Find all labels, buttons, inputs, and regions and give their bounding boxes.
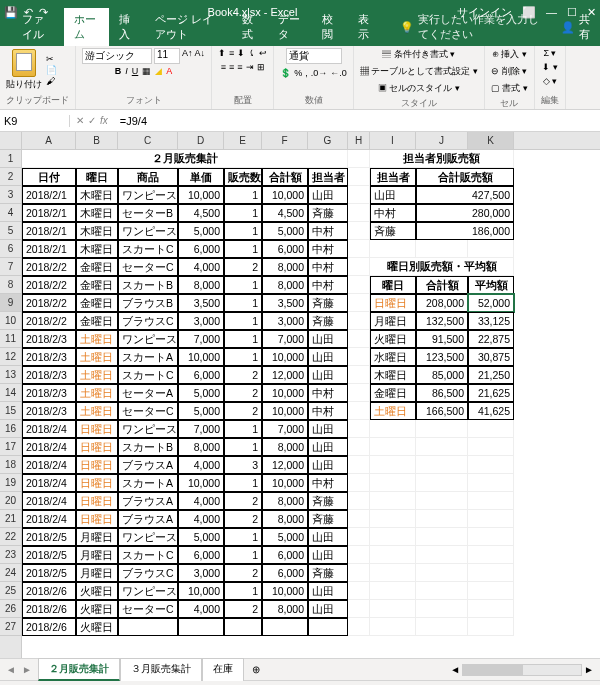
- tab-data[interactable]: データ: [268, 8, 312, 46]
- align-right-icon[interactable]: ≡: [237, 62, 242, 72]
- fill-icon[interactable]: ⬇ ▾: [542, 62, 558, 72]
- tab-review[interactable]: 校閲: [312, 8, 348, 46]
- paste-icon[interactable]: [12, 49, 36, 77]
- conditional-format-button[interactable]: ▤ 条件付き書式 ▾: [382, 48, 455, 61]
- font-size-combo[interactable]: 11: [154, 48, 180, 64]
- share-button[interactable]: 👤 共有: [551, 8, 600, 46]
- ribbon-tabs: ファイル ホーム 挿入 ページ レイアウト 数式 データ 校閲 表示 💡 実行し…: [0, 24, 600, 46]
- column-headers[interactable]: ABCDEFGHIJK: [22, 132, 600, 150]
- formula-input[interactable]: =J9/4: [114, 115, 600, 127]
- clear-icon[interactable]: ◇ ▾: [543, 76, 558, 86]
- tab-formulas[interactable]: 数式: [232, 8, 268, 46]
- format-as-table-button[interactable]: ▦ テーブルとして書式設定 ▾: [360, 65, 478, 78]
- font-name-combo[interactable]: 游ゴシック: [82, 48, 152, 64]
- ribbon: 貼り付け ✂ 📄 🖌 クリップボード 游ゴシック 11 A↑ A↓ B I U …: [0, 46, 600, 110]
- comma-icon[interactable]: ,: [305, 68, 308, 78]
- decrease-decimal-icon[interactable]: ←.0: [330, 68, 347, 78]
- currency-icon[interactable]: 💲: [280, 68, 291, 78]
- wrap-text-icon[interactable]: ↩: [259, 48, 267, 58]
- scroll-right-icon[interactable]: ►: [584, 664, 594, 675]
- tab-file[interactable]: ファイル: [12, 8, 64, 46]
- group-alignment: ⬆ ≡ ⬇ ⤹ ↩ ≡ ≡ ≡ ⇥ ⊞ 配置: [212, 46, 274, 109]
- cut-icon[interactable]: ✂: [46, 54, 57, 64]
- insert-cells-button[interactable]: ⊕ 挿入 ▾: [492, 48, 527, 61]
- align-bottom-icon[interactable]: ⬇: [237, 48, 245, 58]
- border-icon[interactable]: ▦: [142, 66, 151, 76]
- decrease-font-icon[interactable]: A↓: [195, 48, 206, 64]
- tab-home[interactable]: ホーム: [64, 8, 108, 46]
- group-editing: Σ ▾ ⬇ ▾ ◇ ▾ 編集: [535, 46, 566, 109]
- tab-next-icon[interactable]: ►: [22, 664, 32, 675]
- tab-insert[interactable]: 挿入: [109, 8, 145, 46]
- autosum-icon[interactable]: Σ ▾: [543, 48, 556, 58]
- bold-button[interactable]: B: [115, 66, 122, 76]
- tab-view[interactable]: 表示: [348, 8, 384, 46]
- align-middle-icon[interactable]: ≡: [229, 48, 234, 58]
- paste-button[interactable]: 貼り付け: [6, 78, 42, 91]
- italic-button[interactable]: I: [125, 66, 128, 76]
- increase-font-icon[interactable]: A↑: [182, 48, 193, 64]
- cell-styles-button[interactable]: ▣ セルのスタイル ▾: [378, 82, 460, 95]
- sheet-tabs: ◄ ► ２月販売集計３月販売集計在庫 ⊕ ◄ ►: [0, 658, 600, 680]
- tell-me[interactable]: 💡 実行したい作業を入力してください: [392, 8, 550, 46]
- align-top-icon[interactable]: ⬆: [218, 48, 226, 58]
- orientation-icon[interactable]: ⤹: [248, 48, 256, 58]
- copy-icon[interactable]: 📄: [46, 65, 57, 75]
- cancel-formula-icon[interactable]: ✕: [76, 115, 84, 126]
- grid[interactable]: ２月販売集計担当者別販売額日付曜日商品単価販売数合計額担当者担当者合計販売額20…: [22, 150, 600, 658]
- scroll-left-icon[interactable]: ◄: [450, 664, 460, 675]
- select-all-corner[interactable]: [0, 132, 22, 150]
- delete-cells-button[interactable]: ⊖ 削除 ▾: [491, 65, 527, 78]
- percent-icon[interactable]: %: [294, 68, 302, 78]
- tab-page-layout[interactable]: ページ レイアウト: [145, 8, 232, 46]
- name-box[interactable]: K9: [0, 115, 70, 127]
- increase-decimal-icon[interactable]: .0→: [311, 68, 328, 78]
- format-cells-button[interactable]: ▢ 書式 ▾: [491, 82, 528, 95]
- sheet-tab[interactable]: ２月販売集計: [38, 658, 120, 681]
- row-headers[interactable]: 1234567891011121314151617181920212223242…: [0, 150, 22, 658]
- sheet-tab[interactable]: ３月販売集計: [120, 658, 202, 681]
- merge-icon[interactable]: ⊞: [257, 62, 265, 72]
- number-format-combo[interactable]: 通貨: [286, 48, 342, 64]
- horizontal-scrollbar[interactable]: [462, 664, 582, 676]
- group-number: 通貨 💲 % , .0→ ←.0 数値: [274, 46, 354, 109]
- indent-icon[interactable]: ⇥: [246, 62, 254, 72]
- font-color-icon[interactable]: A: [166, 66, 172, 76]
- group-cells: ⊕ 挿入 ▾ ⊖ 削除 ▾ ▢ 書式 ▾ セル: [485, 46, 535, 109]
- tab-prev-icon[interactable]: ◄: [6, 664, 16, 675]
- align-left-icon[interactable]: ≡: [221, 62, 226, 72]
- format-painter-icon[interactable]: 🖌: [46, 76, 57, 86]
- fx-icon[interactable]: fx: [100, 115, 108, 126]
- underline-button[interactable]: U: [132, 66, 139, 76]
- fill-color-icon[interactable]: ◢: [155, 66, 162, 76]
- formula-bar: K9 ✕ ✓ fx =J9/4: [0, 110, 600, 132]
- group-styles: ▤ 条件付き書式 ▾ ▦ テーブルとして書式設定 ▾ ▣ セルのスタイル ▾ ス…: [354, 46, 485, 109]
- enter-formula-icon[interactable]: ✓: [88, 115, 96, 126]
- group-clipboard: 貼り付け ✂ 📄 🖌 クリップボード: [0, 46, 76, 109]
- new-sheet-button[interactable]: ⊕: [244, 664, 268, 675]
- group-font: 游ゴシック 11 A↑ A↓ B I U ▦ ◢ A フォント: [76, 46, 212, 109]
- sheet-tab[interactable]: 在庫: [202, 658, 244, 681]
- align-center-icon[interactable]: ≡: [229, 62, 234, 72]
